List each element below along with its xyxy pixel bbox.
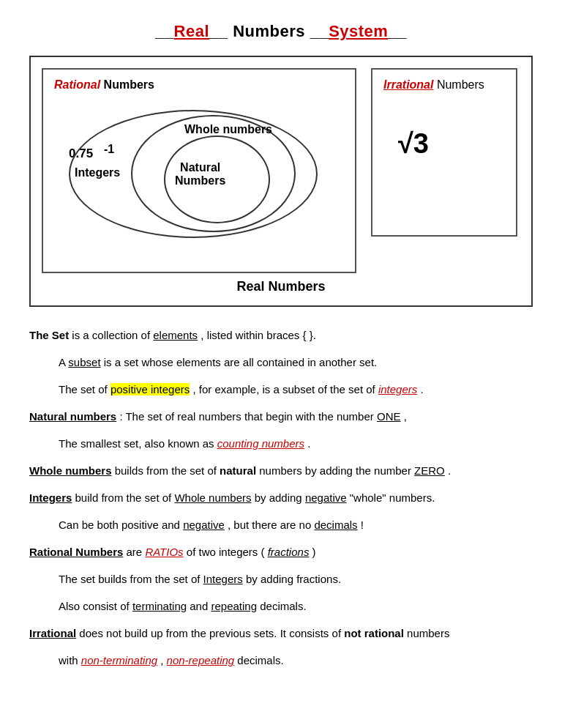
fractions-blank: fractions [268,546,310,558]
rational-rest: Numbers [100,78,154,91]
natural-suffix: , [404,410,407,423]
irrational-italic: Irrational [383,78,433,91]
negative-underline: negative [305,491,347,504]
terminating-blank: terminating [132,600,187,612]
irrational-suffix: numbers [407,627,449,639]
ratios-blank: RATIOs [145,546,183,558]
label-minus-one: -1 [104,143,114,156]
content-section: The Set is a collection of elements , li… [29,325,533,670]
with-prefix: with [59,654,81,666]
smallest-set-paragraph: The smallest set, also known as counting… [29,434,533,453]
not-rational-bold: not rational [344,627,404,639]
can-be-paragraph: Can be both positive and negative , but … [29,515,533,535]
can-be-middle: , but there are no [228,519,314,531]
set-suffix: , listed within braces { }. [201,329,316,341]
also-suffix: decimals. [260,600,306,612]
positive-integers-highlight: positive integers [110,383,190,395]
integers-suffix: "whole" numbers. [350,491,435,504]
smallest-prefix: The smallest set, also known as [59,437,217,450]
decimals-blank: decimals [314,519,357,531]
rational-italic: Rational [54,78,100,91]
whole-header: Whole numbers [29,464,112,477]
label-whole-numbers: Whole numbers [184,123,272,136]
whole-prefix: builds from the set of [115,464,220,477]
pos-int-middle: , for example, is a subset of the set of [192,383,378,395]
natural-paragraph: Natural numbers : The set of real number… [29,406,533,426]
outer-container: Rational Numbers 0.75 -1 Integers Whole … [29,56,533,307]
set-builds-prefix: The set builds from the set of [59,573,203,585]
negative-blank: negative [183,519,225,531]
with-middle: , [160,654,166,666]
integers-paragraph: Integers build from the set of Whole num… [29,488,533,508]
set-paragraph: The Set is a collection of elements , li… [29,325,533,345]
natural-header: Natural numbers [29,410,116,423]
whole-suffix: . [448,464,451,477]
can-be-prefix: Can be both positive and [59,519,183,531]
rational-header: Rational Numbers [29,546,123,558]
repeating-blank: repeating [211,600,257,612]
set-bold: The Set [29,329,69,341]
natural-prefix: : The set of real numbers that begin wit… [119,410,377,423]
title-numbers: Numbers [233,22,305,40]
diagrams-row: Rational Numbers 0.75 -1 Integers Whole … [42,68,520,273]
rational-middle: of two integers ( [187,546,268,558]
pos-int-suffix: . [420,383,423,395]
one-blank: ONE [377,410,401,423]
rational-label: Rational Numbers [54,78,344,92]
real-numbers-bottom-label: Real Numbers [42,279,520,294]
irrational-content-header: Irrational [29,627,76,639]
label-integers: Integers [75,166,120,179]
non-terminating-blank: non-terminating [81,654,157,666]
title-system: System [329,22,388,40]
also-middle: and [190,600,211,612]
irrational-label: Irrational Numbers [383,78,505,92]
pos-int-prefix: The set of [59,383,110,395]
irrational-paragraph: Irrational does not build up from the pr… [29,623,533,643]
natural-bold: natural [220,464,256,477]
integers-prefix: build from the set of [75,491,175,504]
venn-diagram: 0.75 -1 Integers Whole numbers Natural N… [54,99,340,256]
elements-blank: elements [153,329,198,341]
smallest-suffix: . [307,437,310,450]
label-natural-numbers: Natural Numbers [175,161,225,187]
whole-middle: numbers by adding the number [259,464,414,477]
irrational-rest: Numbers [433,78,484,91]
integers-blank2: Integers [203,573,243,585]
subset-suffix: is a set whose elements are all containe… [104,356,378,368]
positive-integers-paragraph: The set of positive integers , for examp… [29,379,533,399]
subset-prefix: A [59,356,68,368]
counting-numbers-blank: counting numbers [217,437,304,450]
irrational-box: Irrational Numbers √3 [371,68,517,237]
rational-suffix: ) [312,546,316,558]
irrational-content-line: does not build up from the previous sets… [79,627,344,639]
whole-numbers-blank: Whole numbers [174,491,251,504]
rational-paragraph: Rational Numbers are RATIOs of two integ… [29,542,533,562]
also-prefix: Also consist of [59,600,132,612]
set-prefix: is a collection of [72,329,153,341]
whole-paragraph: Whole numbers builds from the set of nat… [29,461,533,480]
title-real: Real [174,22,209,40]
zero-blank: ZERO [414,464,445,477]
rational-prefix: are [127,546,146,558]
subset-paragraph: A subset is a set whose elements are all… [29,352,533,372]
with-suffix: decimals. [237,654,283,666]
rational-box: Rational Numbers 0.75 -1 Integers Whole … [42,68,356,273]
set-builds-suffix: by adding fractions. [246,573,341,585]
page-title: __Real__ Numbers __System__ [29,22,533,41]
non-repeating-blank: non-repeating [167,654,235,666]
integers-blank: integers [378,383,417,395]
set-builds-paragraph: The set builds from the set of Integers … [29,569,533,589]
sqrt3-value: √3 [398,128,505,160]
integers-header: Integers [29,491,72,504]
can-be-suffix: ! [361,519,364,531]
integers-middle: by adding [255,491,305,504]
subset-blank: subset [68,356,100,368]
with-paragraph: with non-terminating , non-repeating dec… [29,650,533,670]
also-consist-paragraph: Also consist of terminating and repeatin… [29,596,533,616]
